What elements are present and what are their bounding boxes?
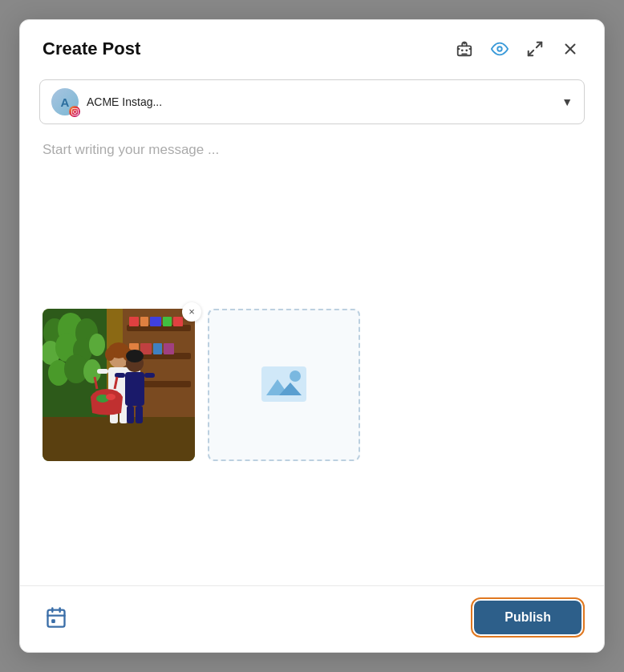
account-name: ACME Instag... [87,95,162,108]
svg-point-2 [465,49,468,51]
svg-rect-39 [97,369,108,374]
robot-icon[interactable] [453,38,476,60]
eye-icon[interactable] [488,38,511,60]
calendar-icon[interactable] [43,604,70,631]
svg-point-55 [290,370,301,382]
svg-rect-47 [144,373,155,378]
svg-rect-28 [163,317,172,326]
modal-header: Create Post [20,20,604,73]
svg-rect-25 [129,317,139,326]
publish-button[interactable]: Publish [474,601,581,634]
svg-point-36 [105,348,115,361]
svg-rect-52 [261,366,306,402]
uploaded-image [43,309,195,461]
close-icon[interactable] [559,38,581,60]
message-area[interactable]: Start writing your message ... [43,139,581,286]
instagram-badge [69,106,80,117]
modal-title: Create Post [43,38,140,59]
svg-rect-33 [164,343,174,354]
account-selector[interactable]: A ACME Instag... ▼ [39,79,585,124]
svg-rect-60 [51,619,55,623]
account-left: A ACME Instag... [51,88,162,115]
svg-point-17 [89,334,105,356]
svg-rect-45 [125,372,144,406]
svg-rect-48 [127,406,134,423]
message-placeholder: Start writing your message ... [43,139,581,161]
remove-image-button[interactable]: × [182,302,201,322]
content-spacer [20,461,604,586]
expand-icon[interactable] [524,38,546,60]
images-row: × [43,309,581,461]
modal-footer: Publish [20,585,604,652]
header-icons [453,38,581,60]
add-image-placeholder[interactable] [208,309,360,461]
svg-rect-32 [153,343,162,354]
svg-rect-56 [48,610,65,627]
svg-rect-26 [140,317,148,326]
svg-rect-29 [173,317,183,326]
chevron-down-icon: ▼ [561,95,573,108]
svg-rect-27 [150,317,161,326]
svg-point-1 [461,49,464,51]
svg-point-3 [497,47,502,51]
svg-point-51 [106,394,115,400]
image-placeholder-icon [260,365,308,405]
avatar: A [51,88,79,115]
uploaded-image-container: × [43,309,195,461]
svg-point-44 [126,350,144,362]
svg-rect-49 [136,406,143,423]
svg-rect-9 [43,413,195,461]
create-post-modal: Create Post [19,19,605,653]
